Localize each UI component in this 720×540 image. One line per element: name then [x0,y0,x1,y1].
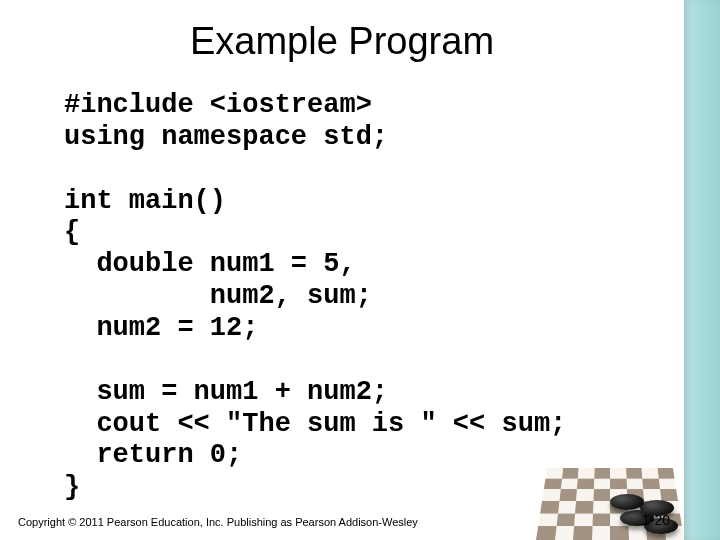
checker-piece-icon [610,494,644,510]
copyright-footer: Copyright © 2011 Pearson Education, Inc.… [18,516,418,528]
slide: Example Program #include <iostream> usin… [0,0,720,540]
teal-right-border [684,0,720,540]
slide-title: Example Program [0,20,684,63]
page-number: 1-20 [642,512,670,528]
